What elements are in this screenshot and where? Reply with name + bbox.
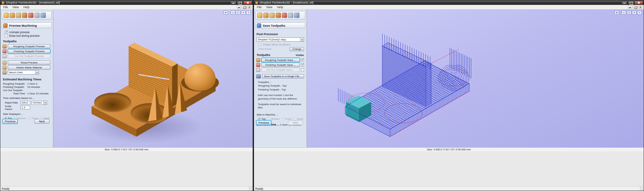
output-direct-checkbox[interactable] [259,43,261,46]
post-processor-value: Shopbot TC(Inch)(*.sbp) [258,38,300,41]
window-filler [254,151,644,186]
roughing-toolpath-icon[interactable] [22,13,27,18]
roughing-toolpath-icon[interactable] [276,13,281,18]
rapid-rate-unit-select[interactable]: mm/sec ▼ [32,101,47,105]
resize-grip[interactable] [249,187,252,190]
zoom-extents-icon[interactable]: ⊕ [223,10,228,15]
load-model-icon[interactable] [257,13,262,18]
finishing-toolpath-icon[interactable] [28,13,33,18]
app-icon [255,1,258,4]
next-button[interactable]: Next [288,120,303,125]
status-bar: Ready [254,186,644,191]
menu-help[interactable]: Help [275,5,285,9]
load-model-icon[interactable] [4,13,9,18]
next-button[interactable]: Next [34,119,49,124]
toolpath-edge-lines [307,9,508,147]
mdi-close-button[interactable] [638,6,643,9]
toolpaths-section-label: Toolpaths [3,40,17,43]
finishing-time-label: Finishing Toolpath: [3,86,26,89]
scale-factor-input[interactable]: 1.3 [20,106,30,109]
panel-header: Save Toolpaths [255,22,305,28]
roughing-toolpath-preview-button[interactable]: Roughing Toolpath Preview [8,44,50,48]
side-bottom-radio[interactable] [268,117,271,120]
cutout-toolpath-icon[interactable] [288,13,293,18]
finishing-toolpath-preview-button[interactable]: Finishing Toolpath Preview [8,49,50,53]
post-processor-select[interactable]: Shopbot TC(Inch)(*.sbp) ▼ [257,37,304,42]
mdi-minimize-button[interactable] [237,6,241,9]
window-title: ShopBot PartWorks3D - [modelos01.stl] [6,1,230,4]
isometric-view-icon[interactable]: ◇ [231,10,235,15]
side-top-radio[interactable] [258,117,261,120]
view-toolbar: ⊕ ◇ Z X Y [614,10,642,15]
finishing-toolpath-save-button[interactable]: Finishing Toolpath Save ... [261,63,300,67]
minimize-button[interactable] [621,1,627,5]
finishing-tool-icon [256,63,260,67]
reset-preview-button[interactable]: Reset Preview [8,61,50,65]
menu-bar: File View Help [254,5,644,9]
resize-grip[interactable] [640,187,643,190]
draw-tool-checkbox[interactable] [5,34,8,37]
top-view-icon[interactable]: Z [236,10,240,15]
menu-view[interactable]: View [264,5,275,9]
mdi-minimize-button[interactable] [628,6,632,9]
finishing-toolpath-icon[interactable] [282,13,287,18]
mdi-close-button[interactable] [247,6,252,9]
cutout-visible-checkbox[interactable] [301,68,304,71]
isometric-view-icon[interactable]: ◇ [622,10,626,15]
close-button[interactable] [243,1,252,5]
rapid-rate-input[interactable]: 100.0 [20,101,30,104]
mdi-restore-button[interactable] [242,6,246,9]
menu-view[interactable]: View [10,5,21,9]
machining-preview-3d-view[interactable]: ⊕ ◇ Z X Y [53,9,253,147]
info-line: both use tool number 1 but the geometry … [258,94,303,101]
material-setup-icon[interactable] [270,13,275,18]
roughing-visible-checkbox[interactable] [301,59,304,61]
wizard-toolbar [255,11,305,20]
rapid-rate-unit-value: mm/sec [33,101,43,104]
side-front-radio[interactable] [282,117,285,120]
roughing-time-label: Roughing Toolpath: [3,82,26,85]
front-view-icon[interactable]: X [632,10,637,15]
title-bar[interactable]: ShopBot PartWorks3D - [modelos01.stl] [254,0,644,5]
cutout-toolpath-preview-button[interactable]: Cut Out Toolpath Preview [8,54,50,58]
maximize-button[interactable] [628,1,634,5]
app-icon [2,1,5,4]
preview-machining-icon[interactable] [41,13,46,18]
material-select[interactable]: Beech Dark ▼ [8,70,39,75]
roughing-time-value: 1 Hour 4 [26,82,37,85]
front-view-icon[interactable]: X [241,10,246,15]
mdi-restore-button[interactable] [633,6,638,9]
toolpath-wireframe-3d-view[interactable]: ⊕ ◇ Z X Y [307,9,644,147]
preview-machining-icon[interactable] [294,13,299,18]
delete-waste-material-button[interactable]: Delete Waste Material [8,65,50,70]
side-back-radio[interactable] [294,117,297,120]
cutout-toolpath-save-button[interactable]: Cut Out Toolpath Save ... [261,68,300,72]
save-single-file-button[interactable]: Save Toolpaths to a Single File ... [262,74,304,78]
roughing-toolpath-save-button[interactable]: Roughing Toolpath Save ... [261,58,300,62]
side-back-label: Back [297,117,303,120]
close-button[interactable] [634,1,643,5]
top-view-icon[interactable]: Z [627,10,631,15]
menu-file[interactable]: File [1,5,10,9]
menu-file[interactable]: File [255,5,264,9]
zoom-extents-icon[interactable]: ⊕ [614,10,619,15]
change-driver-button[interactable]: Change [290,47,304,51]
animate-preview-checkbox[interactable] [5,31,8,34]
material-setup-icon[interactable] [16,13,21,18]
menu-help[interactable]: Help [21,5,32,9]
orient-model-icon[interactable] [10,13,15,18]
cutout-toolpath-icon[interactable] [34,13,40,18]
previous-button[interactable]: Previous [3,119,18,124]
finishing-visible-checkbox[interactable] [301,63,304,66]
save-toolpaths-header-icon [257,23,261,28]
title-bar[interactable]: ShopBot PartWorks3D - [modelos01.stl] [0,0,253,5]
minimize-button[interactable] [230,1,236,5]
machined-part-preview [53,9,253,147]
orient-model-icon[interactable] [263,13,269,18]
visible-column-label: Visible [296,54,304,57]
side-view-icon[interactable]: Y [246,10,251,15]
side-view-icon[interactable]: Y [637,10,642,15]
model-size-text: Size: X:650.0 Y:317.737 Z:99.935 mm [105,148,148,151]
maximize-button[interactable] [237,1,243,5]
previous-button[interactable]: Previous [256,120,271,125]
